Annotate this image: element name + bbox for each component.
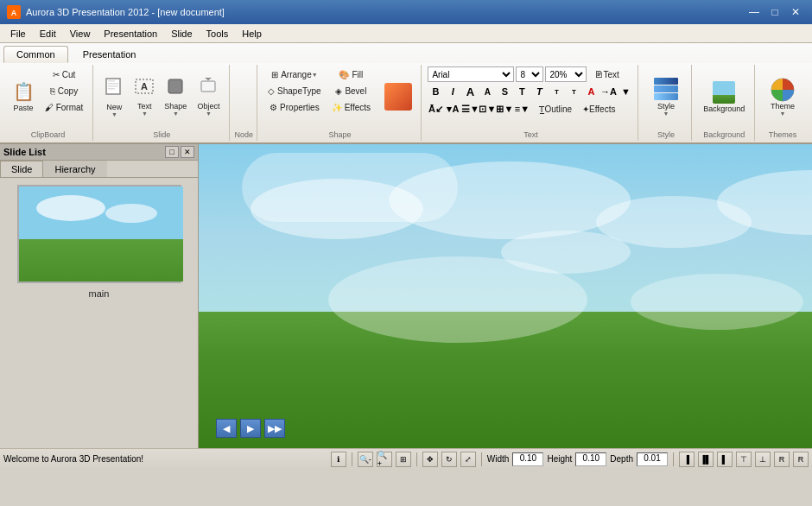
text-row3: Ā↙ ▾A ☰▼ ⊡▼ ⊞▼ ≡▼ T̲ Outline ✦ Effects — [428, 101, 633, 117]
scale-btn[interactable]: ⤢ — [460, 452, 476, 467]
menu-presentation[interactable]: Presentation — [97, 27, 164, 41]
align-left-btn[interactable]: Ā↙ — [428, 101, 443, 117]
r2-btn[interactable]: R — [793, 452, 809, 467]
effects-button[interactable]: ✨ Effects — [327, 99, 375, 115]
svg-marker-12 — [205, 78, 212, 80]
font-a2-button[interactable]: A — [479, 84, 495, 99]
slide-panel-header: Slide List □ ✕ — [0, 144, 198, 161]
font-size-select[interactable]: 8 — [516, 66, 543, 82]
menu-tools[interactable]: Tools — [200, 27, 236, 41]
menu-view[interactable]: View — [63, 27, 98, 41]
panel-close-btn[interactable]: ✕ — [181, 146, 194, 158]
text-label: Text — [137, 102, 152, 111]
maximize-button[interactable]: □ — [765, 4, 784, 20]
app-icon: A — [7, 5, 21, 19]
text-dropdown-btn[interactable]: ▼ — [618, 84, 633, 99]
bevel-button[interactable]: ◈ Bevel — [327, 83, 375, 98]
object-button[interactable]: Object ▼ — [193, 74, 224, 119]
slide-tab-hierarchy[interactable]: Hierarchy — [43, 161, 106, 177]
width-label: Width — [487, 454, 510, 464]
cut-icon: ✂ — [53, 70, 60, 79]
outline-btn[interactable]: T̲ Outline — [535, 101, 576, 117]
separator-1 — [352, 452, 352, 466]
status-icon-btn[interactable]: ℹ — [331, 452, 346, 467]
menu-file[interactable]: File — [3, 27, 33, 41]
paste-button[interactable]: 📋 Paste — [9, 74, 39, 119]
rotate-btn[interactable]: ↻ — [441, 452, 457, 467]
shapetype-button[interactable]: ◇ ShapeType — [263, 83, 326, 98]
fill-button[interactable]: 🎨 Fill — [327, 66, 375, 82]
separator-2 — [416, 452, 417, 466]
effects-text-icon: ✦ — [582, 104, 589, 114]
panel-minimize-btn[interactable]: □ — [165, 146, 179, 158]
text-group-label: Text — [423, 130, 638, 139]
text-t3-button[interactable]: T — [549, 84, 564, 99]
cut-button[interactable]: ✂Cut — [41, 66, 88, 82]
bullet-btn[interactable]: ≡▼ — [514, 101, 530, 117]
align-right-status-btn[interactable]: ▌ — [717, 452, 733, 467]
nav-play-button[interactable]: ▶ — [240, 419, 261, 438]
move-btn[interactable]: ✥ — [422, 452, 438, 467]
grid-btn[interactable]: ⊞ — [396, 452, 411, 467]
app-title: Aurora 3D Presentation 2012 - [new docum… — [26, 7, 225, 17]
style-preview[interactable] — [380, 74, 416, 119]
font-family-select[interactable]: Arial — [428, 66, 514, 82]
table-btn[interactable]: ⊞▼ — [497, 101, 512, 117]
shape-button[interactable]: Shape ▼ — [160, 74, 191, 119]
menu-help[interactable]: Help — [235, 27, 269, 41]
text-button[interactable]: A Text ▼ — [130, 74, 158, 119]
effects-text-btn[interactable]: ✦ Effects — [578, 101, 619, 117]
list-btn[interactable]: ☰▼ — [462, 101, 478, 117]
r1-btn[interactable]: R — [774, 452, 790, 467]
align-center-status-btn[interactable]: ▐▌ — [698, 452, 714, 467]
zoom-select[interactable]: 20% — [545, 66, 587, 82]
strikethrough-button[interactable]: S — [497, 84, 512, 99]
arrange-icon: ⊞ — [271, 70, 278, 79]
background-button[interactable]: Background — [699, 74, 749, 119]
text-t1-button[interactable]: T — [514, 84, 530, 99]
text-a-color[interactable]: A — [583, 84, 599, 99]
style-arrow: ▼ — [663, 111, 669, 117]
text-t2-button[interactable]: T — [531, 84, 547, 99]
height-value[interactable]: 0.10 — [575, 452, 606, 466]
copy-button[interactable]: ⎘Copy — [41, 83, 88, 98]
depth-value[interactable]: 0.01 — [637, 452, 668, 466]
align-bottom-status-btn[interactable]: ⊥ — [755, 452, 771, 467]
background-icon — [712, 80, 736, 104]
text-t4-button[interactable]: T — [566, 84, 581, 99]
thumb-cloud2 — [105, 204, 157, 223]
slide-thumbnail[interactable] — [17, 185, 181, 283]
width-value[interactable]: 0.10 — [512, 452, 543, 466]
bold-button[interactable]: B — [428, 84, 443, 99]
close-button[interactable]: ✕ — [786, 4, 805, 20]
shape-arrow: ▼ — [173, 111, 179, 117]
format-button[interactable]: 🖌Format — [41, 99, 88, 115]
slide-tab-slide[interactable]: Slide — [0, 161, 43, 177]
tab-presentation[interactable]: Presentation — [70, 46, 149, 63]
status-text: Welcome to Aurora 3D Presentation! — [3, 454, 327, 464]
align-left-status-btn[interactable]: ▐ — [679, 452, 695, 467]
menu-slide[interactable]: Slide — [164, 27, 199, 41]
align-v-btn[interactable]: ▾A — [445, 101, 460, 117]
properties-button[interactable]: ⚙ Properties — [263, 99, 326, 115]
italic-button[interactable]: I — [445, 84, 460, 99]
font-a1-button[interactable]: A — [462, 84, 478, 99]
zoom-out-btn[interactable]: 🔍- — [358, 452, 373, 467]
text-btn[interactable]: 🖹 Text — [590, 66, 623, 82]
zoom-in-btn[interactable]: 🔍+ — [377, 452, 392, 467]
minimize-button[interactable]: — — [745, 4, 764, 20]
nav-next-button[interactable]: ▶▶ — [264, 419, 285, 438]
style-inner: Style ▼ — [650, 66, 682, 139]
new-button[interactable]: New ▼ — [99, 73, 129, 120]
align-top-status-btn[interactable]: ⊤ — [736, 452, 752, 467]
indent-btn[interactable]: ⊡▼ — [479, 101, 495, 117]
arrange-button[interactable]: ⊞ Arrange ▼ — [263, 66, 326, 82]
style-button[interactable]: Style ▼ — [650, 74, 682, 119]
tab-common[interactable]: Common — [3, 46, 68, 63]
themes-button[interactable]: Theme ▼ — [766, 74, 799, 119]
object-icon — [199, 77, 218, 100]
text-arrow-btn[interactable]: →A — [600, 84, 616, 99]
menu-edit[interactable]: Edit — [33, 27, 63, 41]
canvas-area[interactable]: ◀ ▶ ▶▶ — [199, 144, 812, 448]
nav-prev-button[interactable]: ◀ — [216, 419, 237, 438]
